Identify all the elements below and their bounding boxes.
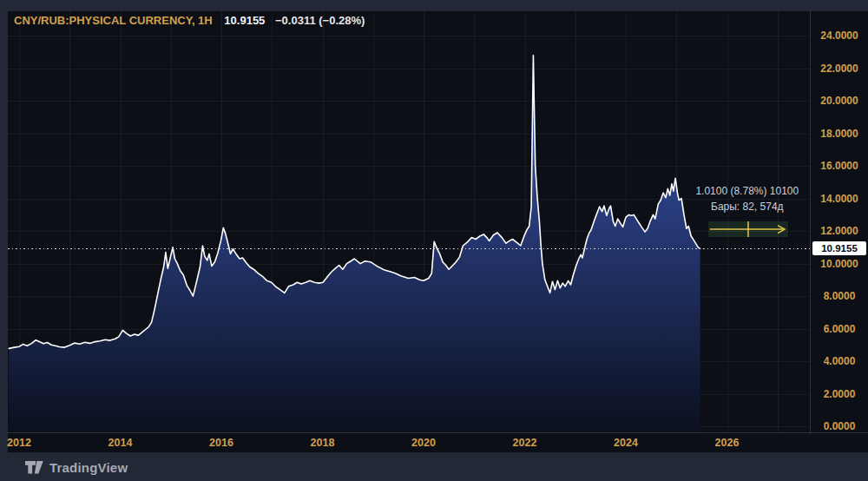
tradingview-snapshot: 24.000022.000020.000018.000016.000014.00… — [0, 0, 868, 481]
time-axis-label: 2022 — [513, 437, 537, 449]
tradingview-logo-icon — [25, 461, 43, 474]
time-axis-label: 2012 — [7, 437, 31, 449]
price-axis-label: 12.0000 — [813, 225, 865, 237]
last-price-value: 10.9155 — [224, 14, 265, 27]
time-axis-label: 2016 — [209, 437, 233, 449]
measure-bars-text: Бары: 82, 574д — [695, 199, 799, 214]
time-axis-label: 2026 — [715, 437, 740, 449]
chart-legend: CNY/RUB:PHYSICAL CURRENCY, 1H 10.9155 −0… — [14, 14, 365, 27]
price-axis-label: 20.0000 — [813, 95, 865, 107]
price-change-value: −0.0311 (−0.28%) — [275, 14, 365, 27]
price-axis-label: 22.0000 — [813, 63, 865, 75]
symbol-title[interactable]: CNY/RUB:PHYSICAL CURRENCY, 1H — [14, 14, 213, 27]
chart-widget: 24.000022.000020.000018.000016.000014.00… — [8, 11, 868, 452]
price-axis-label: 4.0000 — [813, 355, 865, 367]
price-axis[interactable]: 24.000022.000020.000018.000016.000014.00… — [810, 11, 868, 432]
area-fill — [9, 56, 700, 432]
time-axis-label: 2020 — [411, 437, 436, 449]
current-price-label: 10.9155 — [812, 241, 866, 255]
price-chart-canvas[interactable] — [8, 11, 810, 432]
tradingview-logo[interactable]: TradingView — [25, 459, 128, 475]
measure-change-text: 1.0100 (8.78%) 10100 — [695, 183, 799, 199]
tradingview-logo-text: TradingView — [49, 460, 128, 475]
time-axis-label: 2018 — [311, 437, 335, 449]
measure-tool-labels: 1.0100 (8.78%) 10100 Бары: 82, 574д — [695, 183, 799, 214]
price-axis-label: 16.0000 — [813, 160, 865, 172]
price-axis-label: 10.0000 — [813, 258, 865, 270]
time-axis-label: 2014 — [108, 437, 133, 449]
price-axis-label: 6.0000 — [813, 323, 865, 335]
time-axis[interactable]: 20122014201620182020202220242026 — [8, 432, 868, 453]
price-axis-label: 2.0000 — [813, 388, 865, 400]
price-axis-label: 14.0000 — [813, 193, 865, 205]
time-axis-label: 2024 — [614, 437, 638, 449]
price-axis-label: 24.0000 — [813, 30, 865, 42]
price-axis-label: 18.0000 — [813, 128, 865, 140]
price-axis-label: 8.0000 — [813, 290, 865, 302]
price-axis-label: 0.0000 — [813, 420, 865, 432]
